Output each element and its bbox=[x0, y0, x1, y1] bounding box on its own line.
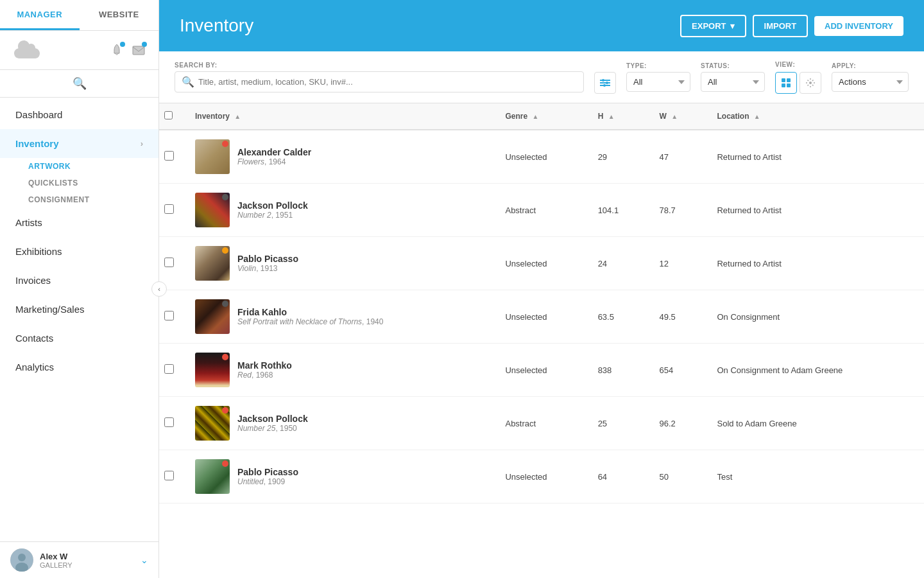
subnav-artwork[interactable]: ARTWORK bbox=[28, 158, 158, 175]
artwork-artist[interactable]: Pablo Picasso bbox=[237, 467, 298, 477]
artwork-artist[interactable]: Jackson Pollock bbox=[237, 414, 308, 424]
sidebar-item-invoices[interactable]: Invoices bbox=[0, 266, 158, 295]
sidebar-item-dashboard[interactable]: Dashboard bbox=[0, 100, 158, 129]
select-all-header[interactable] bbox=[159, 103, 185, 130]
select-all-checkbox[interactable] bbox=[164, 111, 173, 119]
svg-point-8 bbox=[606, 82, 608, 84]
w-cell: 96.2 bbox=[649, 397, 707, 450]
w-cell: 47 bbox=[649, 130, 707, 184]
artwork-artist[interactable]: Jackson Pollock bbox=[237, 200, 308, 211]
artwork-artist[interactable]: Mark Rothko bbox=[237, 360, 292, 371]
inventory-col-header[interactable]: Inventory ▲ bbox=[185, 103, 495, 130]
artwork-thumbnail[interactable] bbox=[195, 459, 230, 494]
export-button[interactable]: EXPORT ▾ bbox=[680, 15, 746, 37]
search-icon[interactable]: 🔍 bbox=[73, 76, 87, 91]
grid-view-button[interactable] bbox=[775, 72, 797, 94]
svg-rect-10 bbox=[782, 78, 785, 82]
chevron-right-icon: › bbox=[141, 139, 143, 148]
view-toggle-buttons bbox=[775, 72, 821, 94]
artwork-artist[interactable]: Alexander Calder bbox=[237, 147, 311, 157]
location-cell: Returned to Artist bbox=[706, 237, 924, 290]
status-dot bbox=[222, 301, 228, 307]
subnav-quicklists[interactable]: QUICKLISTS bbox=[28, 175, 158, 191]
user-footer[interactable]: Alex W GALLERY ⌄ bbox=[0, 541, 158, 578]
sort-w-icon: ▲ bbox=[671, 113, 678, 120]
tab-website[interactable]: WEBSITE bbox=[80, 0, 159, 30]
status-select[interactable]: All bbox=[701, 72, 765, 92]
genre-col-header[interactable]: Genre ▲ bbox=[495, 103, 587, 130]
h-cell: 64 bbox=[588, 450, 649, 504]
dropdown-chevron-icon: ▾ bbox=[730, 21, 735, 31]
artwork-thumbnail[interactable] bbox=[195, 139, 230, 174]
type-select[interactable]: All bbox=[626, 72, 690, 92]
status-label: STATUS: bbox=[701, 62, 765, 69]
location-cell: Returned to Artist bbox=[706, 130, 924, 184]
row-checkbox[interactable] bbox=[164, 364, 174, 374]
row-checkbox[interactable] bbox=[164, 311, 174, 320]
notification-dot bbox=[120, 42, 125, 47]
row-checkbox-cell[interactable] bbox=[159, 344, 185, 397]
location-col-header[interactable]: Location ▲ bbox=[706, 103, 924, 130]
inventory-table: Inventory ▲ Genre ▲ H ▲ W ▲ bbox=[159, 103, 924, 504]
sidebar-item-marketing[interactable]: Marketing/Sales bbox=[0, 295, 158, 324]
location-cell: On Consignment bbox=[706, 290, 924, 344]
table-row: Mark Rothko Red, 1968 Unselected 838 654… bbox=[159, 344, 924, 397]
artwork-artist[interactable]: Pablo Picasso bbox=[237, 254, 298, 264]
add-inventory-button[interactable]: ADD INVENTORY bbox=[814, 16, 903, 36]
cloud-icon[interactable] bbox=[13, 39, 41, 62]
sidebar-item-inventory[interactable]: Inventory › bbox=[0, 129, 158, 158]
bell-icon[interactable] bbox=[110, 43, 124, 57]
row-checkbox[interactable] bbox=[164, 258, 174, 267]
row-checkbox[interactable] bbox=[164, 471, 174, 480]
artwork-thumbnail[interactable] bbox=[195, 353, 230, 387]
page-header: Inventory EXPORT ▾ IMPORT ADD INVENTORY bbox=[159, 0, 924, 51]
row-checkbox-cell[interactable] bbox=[159, 130, 185, 184]
artwork-thumbnail[interactable] bbox=[195, 406, 230, 441]
settings-view-button[interactable] bbox=[800, 72, 821, 94]
sidebar-item-artists[interactable]: Artists bbox=[0, 208, 158, 237]
row-checkbox[interactable] bbox=[164, 151, 174, 161]
genre-cell: Abstract bbox=[495, 397, 587, 450]
user-subtitle: GALLERY bbox=[40, 561, 141, 569]
artwork-thumbnail[interactable] bbox=[195, 299, 230, 334]
row-checkbox-cell[interactable] bbox=[159, 450, 185, 504]
w-cell: 78.7 bbox=[649, 184, 707, 237]
artwork-info: Frida Kahlo Self Portrait with Necklace … bbox=[237, 307, 383, 326]
apply-label: APPLY: bbox=[832, 62, 909, 69]
table-row: Jackson Pollock Number 2, 1951 Abstract … bbox=[159, 184, 924, 237]
sort-h-icon: ▲ bbox=[608, 113, 615, 120]
import-button[interactable]: IMPORT bbox=[753, 15, 809, 37]
artwork-thumbnail[interactable] bbox=[195, 246, 230, 281]
row-checkbox-cell[interactable] bbox=[159, 397, 185, 450]
row-checkbox-cell[interactable] bbox=[159, 184, 185, 237]
status-dot bbox=[222, 407, 228, 414]
subnav-consignment[interactable]: CONSIGNMENT bbox=[28, 191, 158, 208]
w-cell: 50 bbox=[649, 450, 707, 504]
row-checkbox-cell[interactable] bbox=[159, 290, 185, 344]
sidebar-item-exhibitions[interactable]: Exhibitions bbox=[0, 237, 158, 266]
table-header-row: Inventory ▲ Genre ▲ H ▲ W ▲ bbox=[159, 103, 924, 130]
filter-bar: SEARCH BY: 🔍 TYPE: All STATUS: bbox=[159, 51, 924, 103]
tab-manager[interactable]: MANAGER bbox=[0, 0, 80, 30]
w-col-header[interactable]: W ▲ bbox=[649, 103, 707, 130]
location-cell: Returned to Artist bbox=[706, 184, 924, 237]
w-cell: 654 bbox=[649, 344, 707, 397]
row-checkbox[interactable] bbox=[164, 204, 174, 214]
filter-options-button[interactable] bbox=[594, 72, 616, 94]
artwork-artist[interactable]: Frida Kahlo bbox=[237, 307, 383, 317]
sidebar-search-row: 🔍 bbox=[0, 70, 158, 98]
sidebar-item-analytics[interactable]: Analytics bbox=[0, 353, 158, 381]
row-checkbox[interactable] bbox=[164, 417, 174, 427]
mail-icon[interactable] bbox=[132, 43, 146, 57]
status-dot bbox=[222, 460, 228, 467]
search-input[interactable] bbox=[198, 77, 577, 87]
sidebar-item-contacts[interactable]: Contacts bbox=[0, 324, 158, 353]
h-col-header[interactable]: H ▲ bbox=[588, 103, 649, 130]
sidebar-collapse-button[interactable]: ‹ bbox=[151, 281, 167, 297]
search-by-label: SEARCH BY: bbox=[175, 62, 584, 69]
artwork-title: Self Portrait with Necklace of Thorns, 1… bbox=[237, 317, 383, 326]
sidebar-nav: Dashboard Inventory › ARTWORK QUICKLISTS… bbox=[0, 98, 158, 541]
actions-select[interactable]: Actions bbox=[832, 72, 909, 92]
artwork-thumbnail[interactable] bbox=[195, 193, 230, 227]
genre-cell: Abstract bbox=[495, 184, 587, 237]
